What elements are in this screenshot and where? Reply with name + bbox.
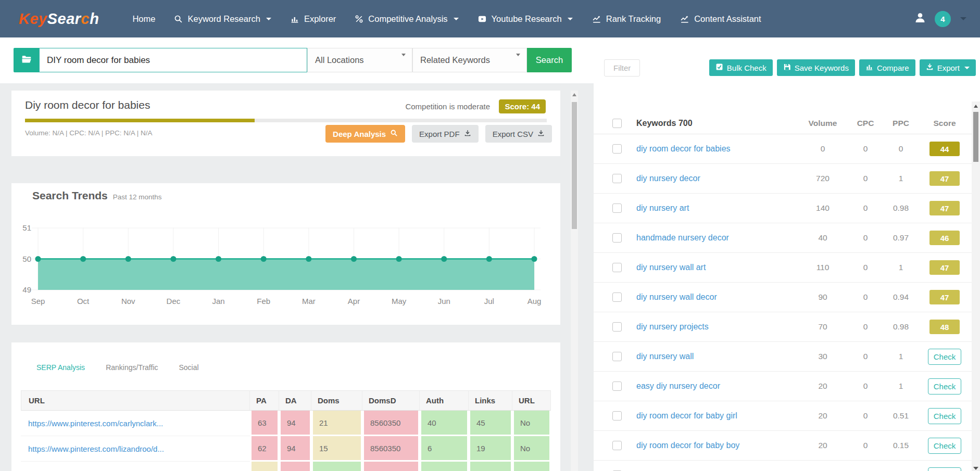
row-checkbox[interactable] [612, 144, 622, 154]
nav-item-home[interactable]: Home [132, 14, 155, 24]
cpc-value: 0 [847, 174, 884, 183]
keyword-link[interactable]: diy nursery decor [636, 174, 700, 183]
keyword-link[interactable]: diy room decor for baby boy [636, 441, 739, 450]
row-checkbox[interactable] [612, 263, 622, 272]
row-checkbox[interactable] [612, 174, 622, 183]
export-button[interactable]: Export [920, 59, 976, 76]
save-keywords-button[interactable]: Save Keywords [777, 59, 855, 76]
keyword-link[interactable]: diy room decor for babies [636, 144, 731, 153]
scrollbar-thumb[interactable] [973, 112, 978, 162]
search-button[interactable]: Search [527, 48, 572, 72]
cpc-value: 0 [847, 381, 884, 391]
left-scrollbar[interactable] [571, 91, 578, 471]
competition-label: Competition is moderate [405, 102, 490, 111]
serp-url-link[interactable]: https://www.pinterest.com/lizandroo/d... [28, 444, 164, 453]
row-checkbox[interactable] [612, 322, 622, 332]
cpc-value: 0 [847, 144, 884, 154]
row-checkbox[interactable] [612, 233, 622, 243]
check-button[interactable]: Check [928, 467, 961, 471]
serp-metric-cell: 94 [279, 436, 311, 462]
compare-button[interactable]: Compare [859, 59, 915, 76]
overview-title: Diy room decor for babies [25, 99, 150, 111]
keyword-link[interactable]: diy nursery wall [636, 352, 694, 361]
volume-header: Volume [799, 119, 847, 128]
keyword-type-select[interactable]: Related Keywords [412, 48, 527, 72]
nav-item-label: Keyword Research [187, 14, 260, 24]
row-checkbox[interactable] [612, 411, 622, 421]
serp-url-link[interactable]: https://www.pinterest.com/carlynclark... [28, 419, 163, 428]
tab-rankings-traffic[interactable]: Rankings/Traffic [106, 363, 158, 372]
right-scrollbar[interactable] [972, 101, 980, 471]
nav-item-keyword-research[interactable]: Keyword Research [174, 14, 271, 24]
serp-url-cell: https://www.pinterest.com/carlynclark... [21, 411, 250, 436]
check-button[interactable]: Check [928, 378, 961, 394]
keyword-link[interactable]: handmade nursery decor [636, 233, 729, 242]
export-csv-button[interactable]: Export CSV [485, 125, 552, 143]
nav-item-youtube-research[interactable]: Youtube Research [478, 14, 573, 24]
serp-metric-cell [250, 462, 279, 471]
volume-value: 70 [799, 322, 847, 332]
serp-header-auth: Auth [420, 390, 469, 411]
export-pdf-button[interactable]: Export PDF [412, 125, 479, 143]
export-label: Export [937, 63, 960, 72]
check-button[interactable]: Check [928, 349, 961, 365]
serp-metric-cell: 62 [250, 436, 279, 462]
keyword-link[interactable]: diy nursery wall art [636, 263, 706, 272]
bulk-check-button[interactable]: Bulk Check [709, 59, 773, 76]
location-select-value: All Locations [315, 55, 364, 65]
check-button[interactable]: Check [928, 438, 961, 454]
scroll-down-arrow[interactable] [972, 467, 980, 470]
filter-button[interactable]: Filter [604, 59, 640, 77]
row-checkbox[interactable] [612, 381, 622, 391]
chevron-down-icon[interactable] [960, 17, 966, 20]
keyword-link[interactable]: easy diy nursery decor [636, 381, 720, 390]
notification-badge[interactable]: 4 [935, 11, 951, 27]
ppc-value: 1 [884, 174, 918, 183]
nav-item-content-assistant[interactable]: Content Assistant [680, 14, 761, 24]
select-all-checkbox[interactable] [612, 119, 622, 128]
svg-text:Jul: Jul [484, 297, 494, 305]
tab-social[interactable]: Social [179, 363, 199, 372]
user-icon[interactable] [914, 11, 926, 26]
check-button[interactable]: Check [928, 408, 961, 424]
keyword-link[interactable]: diy room decor for baby girl [636, 411, 737, 420]
serp-metric-cell [512, 462, 551, 471]
scrollbar-thumb[interactable] [572, 102, 577, 229]
tab-serp-analysis[interactable]: SERP Analysis [36, 363, 85, 372]
keyword-search-input[interactable] [39, 48, 307, 72]
keyword-link[interactable]: diy nursery wall decor [636, 292, 717, 301]
keyword-link[interactable]: diy nursery art [636, 203, 689, 212]
saved-lists-button[interactable] [14, 48, 39, 72]
row-checkbox[interactable] [612, 441, 622, 450]
nav-item-rank-tracking[interactable]: Rank Tracking [592, 14, 661, 24]
serp-metric-cell: 45 [469, 411, 512, 436]
location-select[interactable]: All Locations [307, 48, 412, 72]
scroll-up-arrow[interactable] [571, 91, 578, 98]
row-checkbox[interactable] [612, 352, 622, 361]
logo-key: Key [19, 10, 47, 27]
nav-item-label: Home [132, 14, 155, 24]
export-pdf-label: Export PDF [419, 130, 460, 138]
serp-header-pa: PA [250, 390, 279, 411]
keysearch-logo[interactable]: KeySearch [19, 10, 99, 28]
score-cell: 44 [918, 142, 972, 156]
row-checkbox[interactable] [612, 292, 622, 302]
nav-item-competitive-analysis[interactable]: Competitive Analysis [355, 14, 458, 24]
volume-value: 20 [799, 381, 847, 391]
serp-analysis-card: SERP Analysis Rankings/Traffic Social UR… [11, 342, 560, 471]
svg-text:May: May [392, 297, 407, 305]
volume-value: 140 [799, 203, 847, 213]
row-checkbox[interactable] [612, 203, 622, 213]
deep-analysis-button[interactable]: Deep Analysis [325, 125, 405, 143]
ppc-value: 0.15 [884, 441, 918, 450]
svg-text:49: 49 [22, 285, 31, 294]
serp-header-domsd: DomsD [362, 390, 420, 411]
keyword-link[interactable]: diy nursery projects [636, 322, 709, 331]
svg-text:Mar: Mar [302, 297, 316, 305]
cpc-value: 0 [847, 233, 884, 243]
svg-text:Aug: Aug [527, 297, 542, 305]
nav-item-explorer[interactable]: Explorer [290, 14, 336, 24]
serp-tabs: SERP Analysis Rankings/Traffic Social [36, 363, 199, 372]
deep-analysis-label: Deep Analysis [333, 130, 386, 138]
scroll-up-arrow[interactable] [972, 101, 980, 110]
